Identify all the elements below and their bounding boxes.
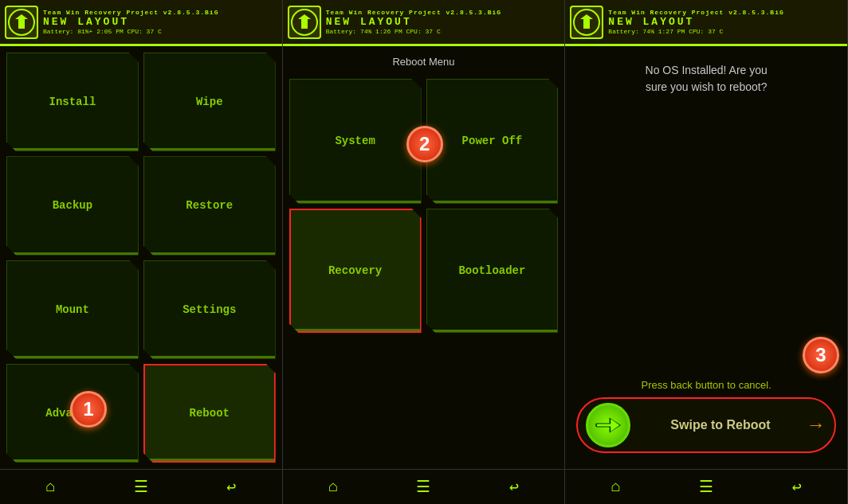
poweroff-button[interactable]: Power Off [426,79,559,204]
panel1-header: Team Win Recovery Project v2.8.5.3.BiG N… [0,0,282,46]
panel2-header: Team Win Recovery Project v2.8.5.3.BiG N… [283,0,565,46]
reboot-menu-title: Reboot Menu [289,53,559,74]
panel1-status: Battery: 81%+ 2:05 PM CPU: 37 C [43,28,218,35]
panel2-layout: NEW LAYOUT [326,16,501,28]
panel1-content: Install Wipe Backup Restore Mount Settin… [0,46,282,469]
svg-rect-5 [597,424,612,426]
wipe-button[interactable]: Wipe [143,53,276,151]
menu-icon-2[interactable]: ☰ [416,477,430,497]
system-button[interactable]: System [289,79,422,204]
reboot-button[interactable]: Reboot [143,364,276,463]
install-button[interactable]: Install [6,53,139,151]
panel3-layout: NEW LAYOUT [608,16,783,28]
twrp-logo-3 [570,6,603,39]
back-icon-2[interactable]: ↩ [509,477,519,497]
panel2-header-text: Team Win Recovery Project v2.8.5.3.BiG N… [326,9,501,35]
twrp-logo-2 [288,6,321,39]
panel3-status: Battery: 74% 1:27 PM CPU: 37 C [608,28,783,35]
panel3-header: Team Win Recovery Project v2.8.5.3.BiG N… [565,0,847,46]
panel2-title: Team Win Recovery Project v2.8.5.3.BiG [326,9,501,16]
menu-icon-3[interactable]: ☰ [699,477,713,497]
home-icon-1[interactable]: ⌂ [45,478,55,496]
panel1-footer: ⌂ ☰ ↩ [0,469,282,504]
menu-icon-1[interactable]: ☰ [134,477,148,497]
swipe-circle-button[interactable] [586,403,630,447]
swipe-container[interactable]: Swipe to Reboot → [576,397,836,453]
home-icon-2[interactable]: ⌂ [328,478,338,496]
panel1-title: Team Win Recovery Project v2.8.5.3.BiG [43,9,218,16]
step-badge-1: 1 [70,391,107,428]
bootloader-button[interactable]: Bootloader [426,209,559,334]
back-icon-3[interactable]: ↩ [792,477,802,497]
panel3-footer: ⌂ ☰ ↩ [565,469,847,504]
press-back-text: Press back button to cancel. [576,379,836,391]
panel-1: Team Win Recovery Project v2.8.5.3.BiG N… [0,0,283,504]
panel1-header-text: Team Win Recovery Project v2.8.5.3.BiG N… [43,9,218,35]
panel-3: Team Win Recovery Project v2.8.5.3.BiG N… [565,0,848,504]
recovery-button[interactable]: Recovery [289,209,422,334]
back-icon-1[interactable]: ↩ [226,477,236,497]
svg-marker-6 [611,419,620,432]
twrp-logo-1 [5,6,38,39]
backup-button[interactable]: Backup [6,156,139,255]
panel2-footer: ⌂ ☰ ↩ [283,469,565,504]
mount-button[interactable]: Mount [6,260,139,359]
panel1-btn-grid: Install Wipe Backup Restore Mount Settin… [6,53,276,463]
panel1-layout: NEW LAYOUT [43,16,218,28]
panel2-status: Battery: 74% 1:26 PM CPU: 37 C [326,28,501,35]
step-badge-3: 3 [803,337,839,373]
swipe-arrow-icon: → [811,415,822,436]
panel3-title: Team Win Recovery Project v2.8.5.3.BiG [608,9,783,16]
home-icon-3[interactable]: ⌂ [611,478,621,496]
step-badge-2: 2 [406,126,443,162]
panel2-content: Reboot Menu System Power Off Recovery Bo… [283,46,565,469]
settings-button[interactable]: Settings [143,260,276,359]
no-os-warning: No OS Installed! Are you sure you wish t… [576,62,836,96]
panel3-content: No OS Installed! Are you sure you wish t… [565,46,847,469]
restore-button[interactable]: Restore [143,156,276,255]
panel3-header-text: Team Win Recovery Project v2.8.5.3.BiG N… [608,9,783,35]
swipe-label: Swipe to Reboot [630,418,810,432]
panel-2: Team Win Recovery Project v2.8.5.3.BiG N… [283,0,566,504]
